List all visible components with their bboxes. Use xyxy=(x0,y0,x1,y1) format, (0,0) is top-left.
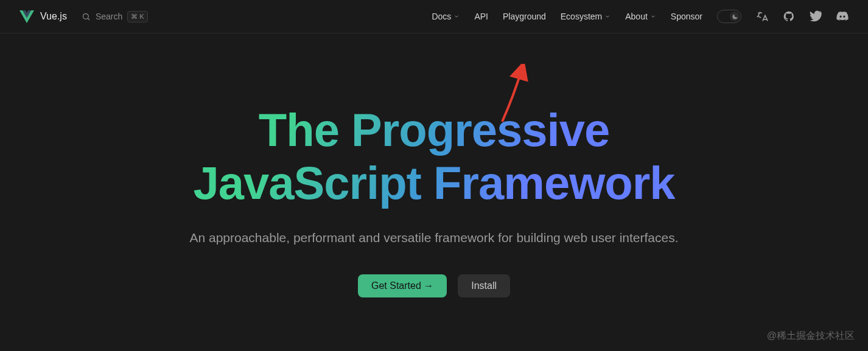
navbar: Vue.js Search ⌘ K Docs API Playground Ec… xyxy=(0,0,868,33)
get-started-button[interactable]: Get Started → xyxy=(358,274,447,297)
search-shortcut: ⌘ K xyxy=(127,11,147,23)
logo-link[interactable]: Vue.js xyxy=(19,10,67,23)
nav-sponsor[interactable]: Sponsor xyxy=(671,12,702,21)
watermark: @稀土掘金技术社区 xyxy=(767,330,855,342)
nav-about[interactable]: About xyxy=(625,12,656,21)
hero-title: The Progressive JavaScript Framework xyxy=(193,103,674,210)
search-icon xyxy=(82,12,91,21)
search-placeholder: Search xyxy=(96,12,122,21)
translate-icon[interactable] xyxy=(756,10,768,23)
hero-subtitle: An approachable, performant and versatil… xyxy=(189,231,678,245)
cta-row: Get Started → Install xyxy=(358,274,510,297)
theme-toggle[interactable] xyxy=(717,10,741,23)
chevron-down-icon xyxy=(650,13,656,19)
vue-logo-icon xyxy=(19,10,34,23)
search-button[interactable]: Search ⌘ K xyxy=(82,9,148,25)
hero: The Progressive JavaScript Framework An … xyxy=(0,33,868,297)
discord-icon[interactable] xyxy=(836,10,849,23)
nav-right: Docs API Playground Ecosystem About Spon… xyxy=(432,10,849,23)
moon-icon xyxy=(730,12,740,21)
brand-name: Vue.js xyxy=(40,11,67,22)
nav-api[interactable]: API xyxy=(474,12,488,21)
svg-point-0 xyxy=(83,13,88,19)
install-button[interactable]: Install xyxy=(458,274,510,297)
nav-docs[interactable]: Docs xyxy=(432,12,460,21)
nav-left: Vue.js Search ⌘ K xyxy=(19,9,148,25)
chevron-down-icon xyxy=(453,13,460,19)
twitter-icon[interactable] xyxy=(810,10,822,23)
nav-playground[interactable]: Playground xyxy=(503,12,546,21)
github-icon[interactable] xyxy=(783,10,795,23)
chevron-down-icon xyxy=(604,13,611,19)
nav-ecosystem[interactable]: Ecosystem xyxy=(561,12,611,21)
